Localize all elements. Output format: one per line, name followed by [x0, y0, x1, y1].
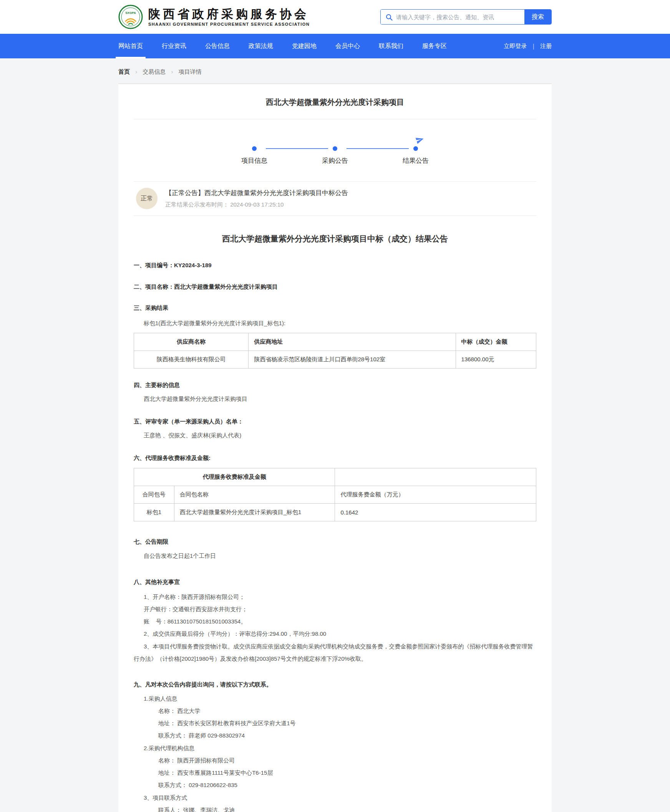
org-name-en: SHAANXI GOVERNMENT PROCUREMENT SERVICE A… — [148, 22, 310, 27]
nav-item-service-zone[interactable]: 服务专区 — [422, 34, 447, 58]
purchaser-contact: 联系方式： 薛老师 029-88302974 — [134, 729, 536, 742]
fee-table-row: 标包1 西北大学超微量紫外分光光度计采购项目_标包1 0.1642 — [134, 504, 536, 522]
fee-table: 代理服务收费标准及金额 合同包号 合同包名称 代理服务费金额（万元） 标包1 西… — [134, 468, 536, 522]
breadcrumb-home[interactable]: 首页 — [118, 68, 130, 75]
supplementary-line: 3、本项目代理服务费按货物计取。成交供应商应依据成交金额向采购代理机构交纳成交服… — [134, 640, 536, 665]
login-link[interactable]: 立即登录 — [504, 42, 527, 50]
step-result-notice: 结果公告 — [376, 141, 456, 165]
fee-table-empty-cell — [335, 468, 536, 486]
step-dot — [333, 146, 337, 151]
fee-table-merged-header-row: 代理服务收费标准及金额 — [134, 468, 536, 486]
nav-item-party-building[interactable]: 党建园地 — [292, 34, 316, 58]
result-table: 供应商名称 供应商地址 中标（成交）金额 陕西格美生物科技有限公司 陕西省杨凌示… — [134, 333, 536, 368]
contract-package-no: 标包1 — [134, 504, 174, 522]
contract-package-name: 西北大学超微量紫外分光光度计采购项目_标包1 — [174, 504, 335, 522]
result-table-header-row: 供应商名称 供应商地址 中标（成交）金额 — [134, 333, 536, 351]
agency-name: 名称： 陕西开源招标有限公司 — [134, 755, 536, 767]
nav-item-announcements[interactable]: 公告信息 — [205, 34, 230, 58]
breadcrumb-transaction-info[interactable]: 交易信息 — [142, 68, 166, 75]
announcement-heading: 西北大学超微量紫外分光光度计采购项目中标（成交）结果公告 — [134, 233, 536, 244]
step-dot — [413, 146, 418, 151]
section-project-number: 一、项目编号：KY2024-3-189 — [134, 260, 536, 270]
org-name-cn: 陕西省政府采购服务协会 — [148, 7, 310, 20]
search-button[interactable]: 搜索 — [524, 10, 551, 24]
section-contacts: 九、凡对本次公告内容提出询问，请按以下方式联系。 1.采购人信息 名称： 西北大… — [134, 680, 536, 812]
nav-item-member-center[interactable]: 会员中心 — [335, 34, 360, 58]
project-detail-card: 西北大学超微量紫外分光光度计采购项目 项目信息 采购公告 结果公告 正常 【正常… — [118, 83, 552, 812]
login-register-divider: ｜ — [531, 42, 536, 50]
agency-contact: 联系方式： 029-81206622-835 — [134, 779, 536, 791]
breadcrumb-project-detail: 项目详情 — [179, 68, 202, 75]
agency-fee-amount: 0.1642 — [335, 504, 536, 522]
status-badge: 正常 — [136, 188, 157, 209]
section-procurement-result: 三、采购结果 标包1(西北大学超微量紫外分光光度计采购项目_标包1): 供应商名… — [134, 303, 536, 368]
fee-table-subheader-row: 合同包号 合同包名称 代理服务费金额（万元） — [134, 486, 536, 504]
nav-item-home[interactable]: 网站首页 — [118, 34, 143, 58]
purchaser-name: 名称： 西北大学 — [134, 705, 536, 717]
award-amount: 136800.00元 — [456, 351, 536, 368]
main-nav: 网站首页 行业资讯 公告信息 政策法规 党建园地 会员中心 联系我们 服务专区 … — [0, 34, 670, 58]
package-line: 标包1(西北大学超微量紫外分光光度计采购项目_标包1): — [134, 317, 536, 329]
register-link[interactable]: 注册 — [540, 42, 552, 50]
search-box: 搜索 — [380, 9, 552, 25]
notice-publish-time: 正常结果公示发布时间： 2024-09-03 17:25:10 — [165, 201, 348, 208]
search-input[interactable] — [381, 10, 524, 24]
purchaser-address: 地址： 西安市长安区郭杜教育科技产业区学府大道1号 — [134, 717, 536, 729]
search-icon — [385, 14, 393, 21]
purchaser-info-heading: 1.采购人信息 — [134, 692, 536, 705]
breadcrumb: 首页 › 交易信息 › 项目详情 — [118, 58, 552, 83]
section-main-subject: 四、主要标的信息 西北大学超微量紫外分光光度计采购项目 — [134, 380, 536, 405]
supplementary-line: 2、成交供应商最后得分（平均分）：评审总得分:294.00，平均分:98.00 — [134, 628, 536, 640]
top-header: SXGPA 陕西省政府采购服务协会 SHAANXI GOVERNMENT PRO… — [0, 0, 670, 34]
paper-plane-icon — [416, 135, 424, 145]
agency-info-heading: 2.采购代理机构信息 — [134, 742, 536, 755]
step-dot — [252, 146, 257, 151]
nav-item-industry-news[interactable]: 行业资讯 — [162, 34, 186, 58]
page-title: 西北大学超微量紫外分光光度计采购项目 — [134, 97, 536, 120]
supplier-name: 陕西格美生物科技有限公司 — [134, 351, 249, 368]
association-emblem-icon: SXGPA — [118, 5, 143, 29]
section-notice-period: 七、公告期限 自公告发布之日起1个工作日 — [134, 537, 536, 562]
supplementary-line: 账 号：86113010750181501003354。 — [134, 615, 536, 628]
breadcrumb-separator: › — [171, 68, 173, 75]
breadcrumb-separator: › — [135, 68, 137, 75]
supplementary-line: 开户银行：交通银行西安甜水井街支行； — [134, 603, 536, 615]
project-contact-persons: 联系人： 张娜、李瑞洁、戈迪 — [134, 804, 536, 812]
project-contact-heading: 3、项目联系方式 — [134, 792, 536, 804]
section-experts: 五、评审专家（单一来源采购人员）名单： 王彦艳 、倪振文、盛庆林(采购人代表) — [134, 417, 536, 442]
result-table-row: 陕西格美生物科技有限公司 陕西省杨凌示范区杨陵街道上川口西单街28号102室 1… — [134, 351, 536, 368]
section-project-name: 二、项目名称：西北大学超微量紫外分光光度计采购项目 — [134, 282, 536, 292]
nav-item-contact-us[interactable]: 联系我们 — [379, 34, 403, 58]
svg-text:SXGPA: SXGPA — [125, 11, 136, 15]
progress-steps: 项目信息 采购公告 结果公告 — [214, 141, 456, 165]
site-logo[interactable]: SXGPA 陕西省政府采购服务协会 SHAANXI GOVERNMENT PRO… — [118, 5, 310, 29]
step-procurement-notice: 采购公告 — [294, 141, 376, 165]
notice-title-link[interactable]: 【正常公告】西北大学超微量紫外分光光度计采购项目中标公告 — [165, 189, 348, 198]
section-supplementary: 八、其他补充事宜 1、开户名称：陕西开源招标有限公司； 开户银行：交通银行西安甜… — [134, 577, 536, 665]
agency-address: 地址： 西安市雁展路1111号莱安中心T6-15层 — [134, 767, 536, 779]
section-agency-fee: 六、代理服务收费标准及金额: 代理服务收费标准及金额 合同包号 合同包名称 代理… — [134, 453, 536, 522]
notice-row: 正常 【正常公告】西北大学超微量紫外分光光度计采购项目中标公告 正常结果公示发布… — [134, 181, 536, 216]
supplier-address: 陕西省杨凌示范区杨陵街道上川口西单街28号102室 — [249, 351, 456, 368]
supplementary-line: 1、开户名称：陕西开源招标有限公司； — [134, 591, 536, 603]
nav-item-policies[interactable]: 政策法规 — [249, 34, 273, 58]
step-project-info: 项目信息 — [214, 141, 294, 165]
